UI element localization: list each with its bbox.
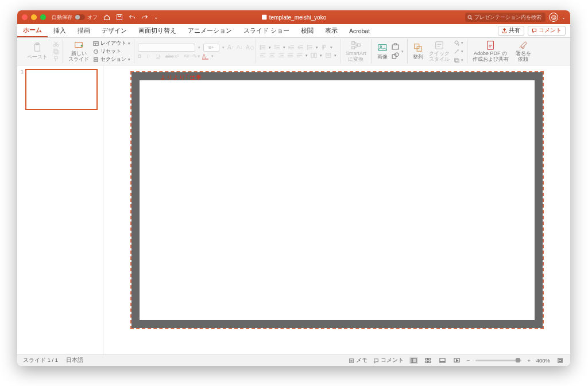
shape-fill-button[interactable]: ▾ [454,39,463,46]
font-family-input[interactable] [138,44,195,52]
signature-button[interactable]: 署名を 依頼 [514,40,533,63]
save-icon[interactable] [116,14,123,21]
editor-body: 1 よりよりT仕事 [17,65,570,354]
reset-button[interactable]: リセット [93,48,130,55]
tab-transitions[interactable]: 画面切り替え [133,24,182,37]
slide-content[interactable] [140,80,535,320]
tab-view[interactable]: 表示 [319,24,343,37]
slideshow-view-button[interactable] [452,357,461,364]
shape-outline-button[interactable]: ▾ [454,48,463,55]
qat-more-icon[interactable]: ⌄ [154,14,158,20]
redo-icon[interactable] [141,14,148,21]
tab-home[interactable]: ホーム [17,24,48,37]
align-left-icon[interactable] [260,52,266,59]
numbering-icon[interactable] [274,44,280,50]
shapes-icon[interactable] [392,52,399,60]
slide-red-text: よりよりT仕事 [160,73,202,81]
tab-animations[interactable]: アニメーション [182,24,238,37]
zoom-level[interactable]: 400% [536,357,550,364]
signature-label: 署名を 依頼 [516,51,531,63]
bullets-icon[interactable] [260,44,266,50]
indent-inc-icon[interactable] [297,44,304,50]
tab-slideshow[interactable]: スライド ショー [238,24,295,37]
sorter-view-button[interactable] [424,357,432,364]
arrange-button[interactable]: 整列 [411,39,425,64]
home-icon[interactable] [103,14,110,21]
smartart-button[interactable]: SmartArt に変換 [344,40,368,63]
shape-effects-button[interactable]: ▾ [454,56,463,64]
signature-icon [518,40,528,50]
reading-view-button[interactable] [438,357,447,364]
adobe-label: Adobe PDF の 作成および共有 [473,51,509,63]
thumbnail-1[interactable]: 1 [21,69,99,110]
section-button[interactable]: セクション▾ [93,56,130,63]
italic-icon[interactable]: I [147,53,153,60]
smiley-icon [551,15,556,20]
text-direction-icon[interactable] [321,44,327,50]
window-controls [17,14,46,20]
svg-rect-20 [314,53,316,57]
highlight-icon[interactable]: ✎▾ [193,53,199,60]
tab-acrobat[interactable]: Acrobat [343,24,376,37]
font-color-icon[interactable]: A [202,53,208,60]
align-right-icon[interactable] [278,52,284,59]
picture-button[interactable]: 画像 [376,42,389,61]
search-input[interactable]: プレゼンテーション内を検索 [465,13,546,22]
new-slide-button[interactable]: 新しい スライド [67,40,91,63]
normal-view-button[interactable] [409,357,418,364]
minimize-window-icon[interactable] [31,14,37,20]
cut-icon[interactable] [53,41,59,47]
fit-to-window-button[interactable] [556,357,564,364]
close-window-icon[interactable] [22,14,28,20]
autosave-toggle[interactable]: 自動保存 オフ [52,14,98,21]
section-icon [93,57,99,63]
textbox-icon[interactable] [392,43,399,50]
tab-draw[interactable]: 描画 [72,24,96,37]
share-icon [502,28,507,33]
strike-icon[interactable]: abc [165,53,172,60]
undo-icon[interactable] [129,14,136,21]
layout-button[interactable]: レイアウト▾ [93,40,130,47]
slide-selection[interactable]: よりよりT仕事 [130,71,544,329]
zoom-slider[interactable] [475,360,521,361]
underline-icon[interactable]: U [156,53,163,60]
align-center-icon[interactable] [269,52,275,59]
ribbon-collapse-icon[interactable]: ⌄ [562,15,566,20]
copy-icon[interactable] [53,48,59,54]
reset-icon [93,49,99,54]
decrease-font-icon[interactable]: A↓ [237,44,243,50]
paste-button[interactable]: ペースト [25,42,49,61]
notes-button[interactable]: メモ [349,357,368,364]
slide-thumbnails-panel[interactable]: 1 [17,65,103,354]
line-spacing-icon[interactable] [307,44,313,50]
tab-review[interactable]: 校閲 [295,24,319,37]
justify-icon[interactable] [287,52,293,59]
svg-rect-25 [378,44,386,50]
superscript-icon[interactable]: x² [175,53,181,60]
spacing-icon[interactable]: AV↔ [184,53,190,60]
slide-canvas-area[interactable]: よりよりT仕事 [103,65,570,354]
tab-insert[interactable]: 挿入 [48,24,72,37]
font-size-input[interactable]: B+ [203,44,219,52]
svg-rect-6 [35,44,40,51]
tab-design[interactable]: デザイン [96,24,133,37]
share-button[interactable]: 共有 [498,26,524,36]
clear-format-icon[interactable]: A◇ [246,44,252,50]
format-painter-icon[interactable] [53,56,59,62]
align-text-icon[interactable] [325,52,331,59]
account-button[interactable] [549,13,558,22]
increase-font-icon[interactable]: A↑ [227,44,234,50]
zoom-out-button[interactable]: − [467,357,470,364]
language-indicator[interactable]: 日本語 [66,357,83,364]
adobe-pdf-button[interactable]: Adobe PDF の 作成および共有 [471,40,510,63]
comments-button[interactable]: コメント [528,26,566,36]
columns-icon[interactable] [311,52,317,59]
distribute-icon[interactable] [296,52,303,59]
quickstyle-button[interactable]: クイック スタイル [427,39,451,64]
comments-status-button[interactable]: コメント [373,357,404,364]
zoom-in-button[interactable]: + [527,357,531,364]
reading-view-icon [439,357,446,364]
bold-icon[interactable]: B [138,53,144,60]
fullscreen-window-icon[interactable] [40,14,46,20]
indent-dec-icon[interactable] [288,44,295,50]
